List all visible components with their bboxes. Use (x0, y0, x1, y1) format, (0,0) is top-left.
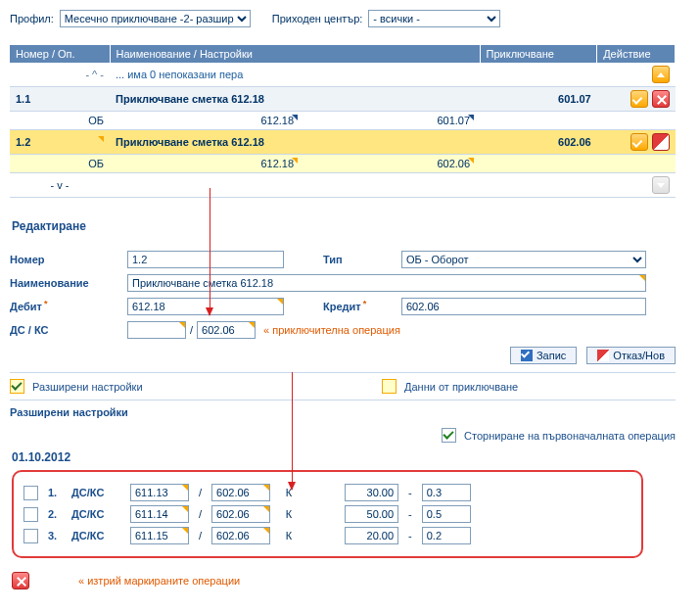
credit-label: Кредит (323, 301, 401, 312)
r1-v1: 612.18 (151, 115, 298, 126)
num-label: Номер (10, 254, 127, 265)
name-input[interactable] (127, 274, 646, 292)
dsks-right-input[interactable] (197, 321, 256, 339)
op-b-input[interactable] (211, 527, 270, 544)
op-idx: 1. (48, 487, 62, 498)
r2-ob: ОБ (10, 155, 110, 173)
advanced-label: Разширени настройки (32, 381, 143, 393)
name-label: Наименование (10, 277, 127, 289)
r1-name[interactable]: Приключване сметка 612.18 (110, 87, 480, 112)
op-dsks: ДС/КС (71, 487, 120, 498)
op-idx: 3. (48, 530, 62, 541)
profile-select[interactable]: Месечно приключване -2- разширени наст (60, 10, 251, 27)
op-coef-input[interactable] (422, 484, 471, 501)
r1-ob: ОБ (10, 112, 110, 130)
storno-checkbox[interactable] (442, 428, 456, 443)
op-dsks: ДС/КС (71, 530, 120, 541)
storno-label: Сторниране на първоначалната операция (464, 430, 676, 442)
expand-down-icon[interactable] (652, 176, 670, 194)
col-name-header: Наименование / Настройки (110, 45, 480, 63)
check-icon (521, 350, 533, 361)
row-edit-icon[interactable] (652, 133, 670, 151)
advanced-checkbox[interactable] (10, 379, 24, 394)
closedata-checkbox[interactable] (382, 379, 397, 394)
op-k: К (280, 530, 298, 541)
r2-name[interactable]: Приключване сметка 612.18 (110, 130, 480, 155)
annotation-arrow-icon (210, 188, 210, 315)
closing-op-caption: « приключителна операция (263, 324, 400, 336)
save-button[interactable]: Запис (510, 347, 577, 364)
num-input[interactable] (127, 251, 284, 268)
delete-marked-icon[interactable] (12, 572, 29, 589)
r2-v2: 602.06 (298, 158, 474, 169)
op-amt-input[interactable] (345, 527, 398, 544)
r2-close: 602.06 (480, 130, 597, 155)
col-close-header: Приключване (480, 45, 597, 63)
hidden-text: ... има 0 непоказани пера (110, 63, 597, 87)
r2-v1: 612.18 (151, 158, 298, 169)
op-b-input[interactable] (211, 484, 270, 501)
row-delete-icon[interactable] (652, 90, 670, 108)
col-num-header: Номер / Оп. (10, 45, 110, 63)
dsks-left-input[interactable] (127, 321, 186, 339)
op-idx: 2. (48, 508, 62, 520)
closedata-label: Данни от приключване (404, 381, 518, 393)
slash: / (190, 324, 193, 336)
r1-num: 1.1 (10, 87, 110, 112)
cancel-icon (597, 350, 609, 361)
delete-marked-label[interactable]: « изтрий маркираните операции (78, 575, 240, 587)
expand-up-icon[interactable] (652, 66, 670, 83)
op-amt-input[interactable] (345, 484, 398, 501)
close-grid: Номер / Оп. Наименование / Настройки При… (10, 45, 676, 198)
debit-label: Дебит (10, 301, 127, 312)
advanced-title: Разширени настройки (10, 406, 690, 418)
op-row: 1. ДС/КС / К - (23, 484, 631, 501)
r2-num: 1.2 (16, 136, 104, 148)
date-title: 01.10.2012 (12, 450, 690, 464)
col-act-header: Действие (597, 45, 676, 63)
center-select[interactable]: - всички - (368, 10, 500, 27)
op-a-input[interactable] (130, 505, 189, 523)
hidden-marker: - ^ - (10, 63, 110, 87)
row-accept-icon[interactable] (630, 133, 648, 151)
op-amt-input[interactable] (345, 505, 398, 523)
op-row-checkbox[interactable] (23, 507, 38, 522)
op-k: К (280, 508, 298, 520)
op-a-input[interactable] (130, 484, 189, 501)
cancel-button[interactable]: Отказ/Нов (586, 347, 676, 364)
operations-box: 1. ДС/КС / К - 2. ДС/КС / К - 3. ДС/КС /… (12, 470, 643, 558)
credit-input[interactable] (401, 298, 646, 315)
op-row: 2. ДС/КС / К - (23, 505, 631, 523)
down-marker: - v - (10, 173, 110, 198)
op-coef-input[interactable] (422, 505, 471, 523)
r1-v2: 601.07 (298, 115, 474, 126)
op-row-checkbox[interactable] (23, 529, 38, 543)
op-a-input[interactable] (130, 527, 189, 544)
op-coef-input[interactable] (422, 527, 471, 544)
center-label: Приходен център: (272, 13, 363, 24)
op-dsks: ДС/КС (71, 508, 120, 520)
r1-close: 601.07 (480, 87, 597, 112)
type-select[interactable]: ОБ - Оборот (401, 251, 646, 268)
op-row-checkbox[interactable] (23, 486, 38, 500)
row-accept-icon[interactable] (630, 90, 648, 108)
profile-label: Профил: (10, 13, 54, 24)
op-b-input[interactable] (211, 505, 270, 523)
annotation-arrow-icon (292, 372, 293, 490)
edit-title: Редактиране (12, 219, 690, 233)
type-label: Тип (323, 254, 401, 265)
op-row: 3. ДС/КС / К - (23, 527, 631, 544)
dsks-label: ДС / КС (10, 324, 127, 336)
